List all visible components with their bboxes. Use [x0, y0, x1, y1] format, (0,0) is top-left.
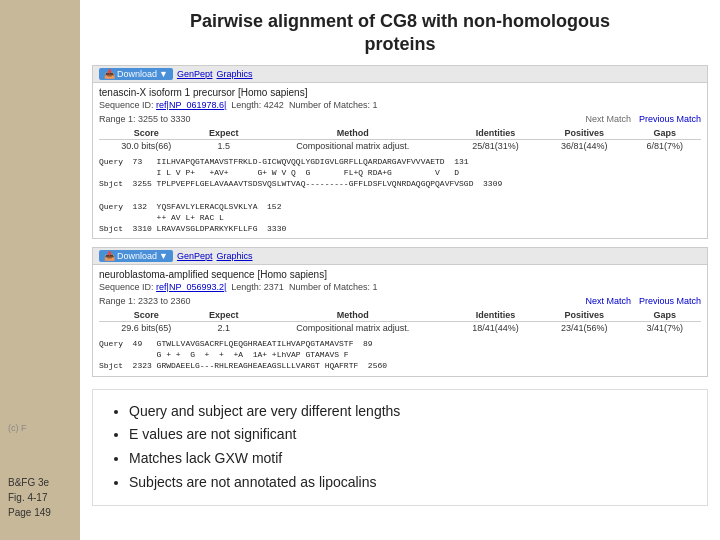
gaps-val-1: 6/81(7%): [629, 139, 701, 152]
sidebar-label2: Fig. 4-17: [8, 490, 72, 505]
watermark: (c) F: [8, 422, 72, 436]
bullet-item-2: E values are not significant: [129, 423, 691, 447]
col-positives-1: Positives: [540, 127, 629, 140]
sidebar-label3: Page 149: [8, 505, 72, 520]
graphics-link-2[interactable]: Graphics: [216, 251, 252, 261]
gaps-val-2: 3/41(7%): [629, 322, 701, 335]
score-val-2: 29.6 bits(65): [99, 322, 193, 335]
identities-val-2: 18/41(44%): [451, 322, 540, 335]
col-method-1: Method: [254, 127, 451, 140]
download-button-2[interactable]: 📥 Download ▼: [99, 250, 173, 262]
panel1-scores-table: Score Expect Method Identities Positives…: [99, 127, 701, 152]
positives-val-2: 23/41(56%): [540, 322, 629, 335]
panel2-scores-table: Score Expect Method Identities Positives…: [99, 309, 701, 334]
panel1-alignment: Query 73 IILHVAPQGTAMAVSTFRKLD-GICWQVQQL…: [99, 156, 701, 234]
panel1-next-match[interactable]: Next Match: [585, 114, 631, 124]
positives-val-1: 36/81(44%): [540, 139, 629, 152]
expect-val-1: 1.5: [193, 139, 254, 152]
panel2-alignment: Query 49 GTWLLVAVGSACRFLQEQGHRAEATILHVAP…: [99, 338, 701, 372]
score-val-1: 30.0 bits(66): [99, 139, 193, 152]
bullet-item-4: Subjects are not annotated as lipocalins: [129, 471, 691, 495]
genpept-link-1[interactable]: GenPept: [177, 69, 213, 79]
blast-panel-2: 📥 Download ▼ GenPept Graphics neuroblast…: [92, 247, 708, 377]
col-identities-1: Identities: [451, 127, 540, 140]
download-icon-2: 📥: [104, 251, 115, 261]
bullet-item-3: Matches lack GXW motif: [129, 447, 691, 471]
download-icon-1: 📥: [104, 69, 115, 79]
col-expect-1: Expect: [193, 127, 254, 140]
blast-panel-1: 📥 Download ▼ GenPept Graphics tenascin-X…: [92, 65, 708, 239]
panel2-next-match[interactable]: Next Match: [585, 296, 631, 306]
panel2-header: 📥 Download ▼ GenPept Graphics: [93, 248, 707, 265]
panel1-prev-match[interactable]: Previous Match: [639, 114, 701, 124]
chevron-down-icon-2: ▼: [159, 251, 168, 261]
method-val-2: Compositional matrix adjust.: [254, 322, 451, 335]
col-gaps-1: Gaps: [629, 127, 701, 140]
bullet-section: Query and subject are very different len…: [92, 389, 708, 506]
col-identities-2: Identities: [451, 309, 540, 322]
panel1-range: Range 1: 3255 to 3330 Next Match Previou…: [99, 114, 701, 124]
panel2-range: Range 1: 2323 to 2360 Next Match Previou…: [99, 296, 701, 306]
panel1-seq-id-link[interactable]: ref|NP_061978.6|: [156, 100, 226, 110]
sidebar-label1: B&FG 3e: [8, 475, 72, 490]
panel1-seq-meta: Sequence ID: ref|NP_061978.6| Length: 42…: [99, 100, 701, 110]
page-title: Pairwise alignment of CG8 with non-homol…: [92, 10, 708, 57]
col-gaps-2: Gaps: [629, 309, 701, 322]
panel2-seq-id-link[interactable]: ref|NP_056993.2|: [156, 282, 226, 292]
expect-val-2: 2.1: [193, 322, 254, 335]
col-score-1: Score: [99, 127, 193, 140]
col-expect-2: Expect: [193, 309, 254, 322]
bullet-list: Query and subject are very different len…: [109, 400, 691, 495]
panel2-seq-meta: Sequence ID: ref|NP_056993.2| Length: 23…: [99, 282, 701, 292]
chevron-down-icon-1: ▼: [159, 69, 168, 79]
panel2-prev-match[interactable]: Previous Match: [639, 296, 701, 306]
method-val-1: Compositional matrix adjust.: [254, 139, 451, 152]
panel1-header: 📥 Download ▼ GenPept Graphics: [93, 66, 707, 83]
bullet-item-1: Query and subject are very different len…: [129, 400, 691, 424]
graphics-link-1[interactable]: Graphics: [216, 69, 252, 79]
col-score-2: Score: [99, 309, 193, 322]
genpept-link-2[interactable]: GenPept: [177, 251, 213, 261]
col-positives-2: Positives: [540, 309, 629, 322]
identities-val-1: 25/81(31%): [451, 139, 540, 152]
panel1-seq-title: tenascin-X isoform 1 precursor [Homo sap…: [99, 87, 701, 98]
download-button-1[interactable]: 📥 Download ▼: [99, 68, 173, 80]
col-method-2: Method: [254, 309, 451, 322]
panel2-seq-title: neuroblastoma-amplified sequence [Homo s…: [99, 269, 701, 280]
